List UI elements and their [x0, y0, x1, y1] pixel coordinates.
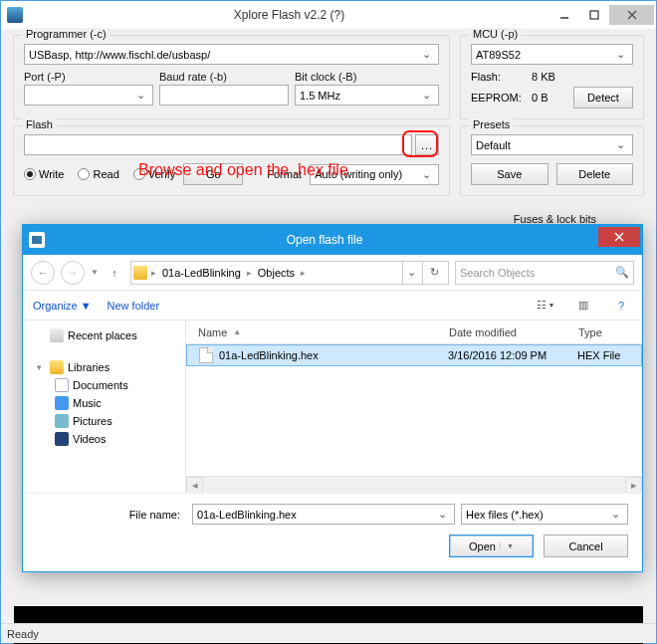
dialog-footer: File name: 01a-LedBlinking.hex⌄ Hex file… — [23, 493, 642, 571]
history-dropdown-icon[interactable]: ▼ — [91, 268, 99, 277]
col-name[interactable]: Name▲ — [186, 326, 449, 338]
port-select[interactable]: ⌄ — [24, 85, 153, 106]
baud-label: Baud rate (-b) — [159, 71, 289, 83]
chevron-down-icon: ⌄ — [612, 48, 628, 61]
preview-pane-button[interactable]: ▥ — [572, 296, 594, 316]
search-input[interactable]: Search Objects 🔍 — [455, 261, 634, 285]
search-placeholder: Search Objects — [460, 267, 535, 279]
presets-group: Presets Default⌄ Save Delete — [460, 125, 644, 196]
chevron-down-icon: ⌄ — [612, 138, 628, 151]
programmer-select[interactable]: USBasp, http://www.fischl.de/usbasp/ ⌄ — [24, 44, 439, 65]
app-icon — [7, 7, 23, 23]
search-icon: 🔍 — [615, 266, 629, 279]
chevron-right-icon: ▸ — [149, 268, 158, 278]
breadcrumb-item[interactable]: Objects — [256, 267, 297, 279]
filename-input[interactable]: 01a-LedBlinking.hex⌄ — [192, 504, 455, 525]
chevron-right-icon: ▸ — [299, 268, 308, 278]
file-list: Name▲ Date modified Type 01a-LedBlinking… — [186, 321, 642, 493]
read-radio[interactable]: Read — [78, 168, 118, 180]
horizontal-scrollbar[interactable]: ◂ ▸ — [186, 476, 642, 493]
sort-asc-icon: ▲ — [233, 327, 241, 336]
status-bar: Ready — [1, 623, 656, 643]
flash-size-label: Flash: — [471, 71, 526, 83]
chevron-right-icon: ▸ — [245, 268, 254, 278]
recent-places-icon — [50, 328, 64, 342]
file-type: HEX File — [577, 349, 641, 361]
breadcrumb-dropdown[interactable]: ⌄ — [402, 262, 420, 284]
refresh-button[interactable]: ↻ — [422, 261, 446, 285]
file-row[interactable]: 01a-LedBlinking.hex 3/16/2016 12:09 PM H… — [186, 344, 642, 366]
tree-item-libraries[interactable]: ▾Libraries — [27, 358, 181, 376]
bitclock-select[interactable]: 1.5 MHz⌄ — [295, 85, 439, 106]
collapse-icon[interactable]: ▾ — [37, 362, 46, 372]
file-name: 01a-LedBlinking.hex — [219, 349, 448, 361]
libraries-icon — [50, 360, 64, 374]
detect-button[interactable]: Detect — [573, 87, 633, 108]
new-folder-button[interactable]: New folder — [108, 300, 160, 312]
tree-item-music[interactable]: Music — [27, 394, 181, 412]
tree-item-videos[interactable]: Videos — [27, 430, 181, 448]
flash-legend: Flash — [22, 118, 57, 130]
pictures-icon — [55, 414, 69, 428]
cancel-button[interactable]: Cancel — [544, 535, 628, 557]
view-options-button[interactable]: ☷▼ — [535, 296, 556, 316]
radio-icon — [78, 168, 90, 180]
baud-input[interactable] — [159, 85, 289, 106]
tree-item-pictures[interactable]: Pictures — [27, 412, 181, 430]
file-date: 3/16/2016 12:09 PM — [448, 349, 577, 361]
col-date[interactable]: Date modified — [449, 326, 578, 338]
flash-size-value: 8 KB — [532, 71, 567, 83]
eeprom-size-value: 0 B — [532, 92, 567, 104]
breadcrumb[interactable]: ▸ 01a-LedBlinking ▸ Objects ▸ ⌄ ↻ — [130, 261, 449, 285]
chevron-down-icon: ⌄ — [434, 508, 450, 521]
chevron-down-icon: ⌄ — [418, 48, 434, 61]
scroll-right-icon[interactable]: ▸ — [625, 477, 642, 494]
titlebar[interactable]: Xplore Flash v2.2 (?) — [1, 1, 656, 29]
minimize-button[interactable] — [549, 5, 579, 25]
write-radio[interactable]: Write — [24, 168, 64, 180]
back-button[interactable]: ← — [31, 261, 55, 285]
up-button[interactable]: ↑ — [105, 263, 124, 283]
tree-item-recent[interactable]: Recent places — [27, 326, 181, 344]
forward-button[interactable]: → — [61, 261, 85, 285]
file-icon — [199, 347, 213, 363]
file-list-header[interactable]: Name▲ Date modified Type — [186, 321, 642, 344]
programmer-value: USBasp, http://www.fischl.de/usbasp/ — [29, 49, 210, 61]
annotation-text: Browse and open the .hex file — [138, 161, 348, 179]
chevron-down-icon: ▼ — [81, 300, 92, 312]
flash-path-input[interactable] — [24, 134, 412, 155]
open-button[interactable]: Open▼ — [449, 535, 534, 557]
close-button[interactable] — [609, 5, 654, 25]
bitclock-label: Bit clock (-B) — [295, 71, 439, 83]
col-type[interactable]: Type — [578, 326, 642, 338]
filename-label: File name: — [37, 509, 186, 521]
svg-rect-1 — [590, 11, 598, 19]
documents-icon — [55, 378, 69, 392]
organize-menu[interactable]: Organize▼ — [33, 300, 92, 312]
videos-icon — [55, 432, 69, 446]
tree-item-documents[interactable]: Documents — [27, 376, 181, 394]
delete-preset-button[interactable]: Delete — [556, 163, 634, 185]
chevron-down-icon: ▼ — [500, 542, 514, 549]
chevron-down-icon: ⌄ — [607, 508, 623, 521]
folder-tree[interactable]: Recent places ▾Libraries Documents Music… — [23, 321, 186, 493]
chevron-down-icon: ⌄ — [132, 89, 148, 102]
presets-legend: Presets — [469, 118, 514, 130]
mcu-select[interactable]: AT89S52⌄ — [471, 44, 633, 65]
browse-button[interactable]: ... — [415, 134, 439, 155]
status-text: Ready — [7, 628, 39, 640]
maximize-button[interactable] — [579, 5, 609, 25]
preset-select[interactable]: Default⌄ — [471, 134, 633, 155]
scroll-left-icon[interactable]: ◂ — [186, 477, 203, 494]
music-icon — [55, 396, 69, 410]
filter-select[interactable]: Hex files (*.hex)⌄ — [461, 504, 628, 525]
help-button[interactable]: ? — [610, 296, 632, 316]
breadcrumb-item[interactable]: 01a-LedBlinking — [160, 267, 243, 279]
dialog-close-button[interactable] — [598, 227, 640, 247]
port-label: Port (-P) — [24, 71, 153, 83]
save-preset-button[interactable]: Save — [471, 163, 548, 185]
chevron-down-icon: ⌄ — [418, 168, 434, 181]
mcu-group: MCU (-p) AT89S52⌄ Flash: 8 KB EEPROM: 0 … — [460, 35, 644, 119]
dialog-titlebar[interactable]: Open flash file — [23, 225, 642, 255]
open-file-dialog: Open flash file ← → ▼ ↑ ▸ 01a-LedBlinkin… — [22, 224, 643, 572]
